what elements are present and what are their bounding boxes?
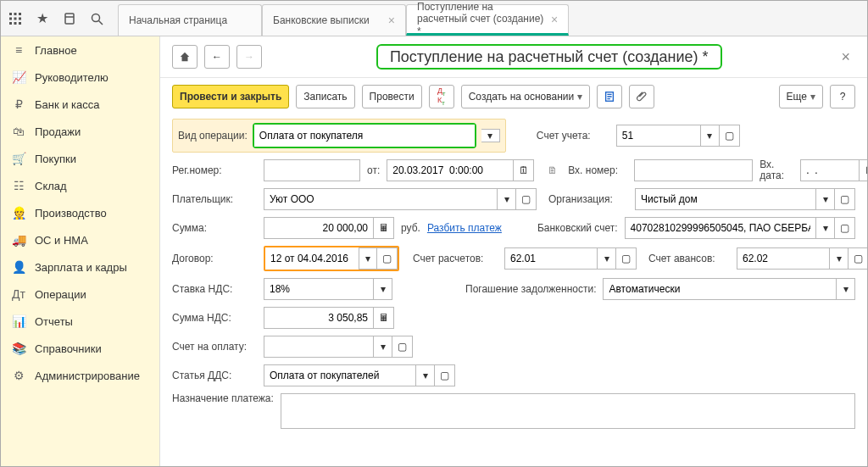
apps-icon[interactable] <box>8 11 23 26</box>
dds-label: Статья ДДС: <box>172 370 257 381</box>
topbar: ★ Начальная страница Банковские выписки×… <box>1 1 867 36</box>
invoice-field[interactable] <box>264 336 374 358</box>
calculator-icon[interactable]: 🖩 <box>374 307 394 329</box>
page-title: Поступление на расчетный счет (создание)… <box>269 48 829 66</box>
contract-dropdown[interactable]: ▾ <box>359 247 377 270</box>
chevron-down-icon: ▾ <box>810 91 815 103</box>
nav-admin[interactable]: ⚙Администрирование <box>1 362 159 389</box>
dds-open[interactable]: ▢ <box>435 364 455 386</box>
invoice-open[interactable]: ▢ <box>392 336 413 358</box>
history-icon[interactable] <box>62 11 77 26</box>
cart-icon: 🛒 <box>11 152 26 165</box>
forward-button[interactable]: → <box>236 45 262 69</box>
nav-sales[interactable]: 🛍Продажи <box>1 118 159 145</box>
ext-date-field[interactable] <box>800 159 860 181</box>
org-label: Организация: <box>548 193 628 205</box>
calendar-icon[interactable]: 🗓 <box>860 159 867 181</box>
op-type-select[interactable] <box>254 125 475 147</box>
attach-button[interactable] <box>629 85 654 108</box>
search-icon[interactable] <box>89 11 104 26</box>
purpose-textarea[interactable] <box>281 393 855 429</box>
vat-rate-label: Ставка НДС: <box>172 283 257 295</box>
close-icon[interactable]: × <box>551 13 558 26</box>
vat-rate-dropdown[interactable]: ▾ <box>374 278 392 300</box>
nav-reports[interactable]: 📊Отчеты <box>1 308 159 335</box>
sidebar: ≡Главное 📈Руководителю ₽Банк и касса 🛍Пр… <box>1 36 160 466</box>
sum-field[interactable] <box>264 217 374 239</box>
close-page-button[interactable]: × <box>836 48 855 66</box>
bag-icon: 🛍 <box>11 125 26 138</box>
calculator-icon[interactable]: 🖩 <box>374 217 394 239</box>
account-open[interactable]: ▢ <box>720 125 740 147</box>
nav-catalogs[interactable]: 📚Справочники <box>1 335 159 362</box>
dtkt-button[interactable]: ДтКт <box>429 85 454 108</box>
nav-label: Операции <box>35 288 86 301</box>
split-payment-link[interactable]: Разбить платеж <box>427 222 502 234</box>
home-button[interactable] <box>172 45 198 69</box>
account-field[interactable] <box>616 125 701 147</box>
calendar-icon[interactable]: 🗓 <box>514 159 534 181</box>
payer-open[interactable]: ▢ <box>516 188 537 210</box>
nav-stock[interactable]: ☷Склад <box>1 172 159 199</box>
document-icon-button[interactable] <box>597 85 622 108</box>
ruble-icon: ₽ <box>11 97 26 111</box>
payer-dropdown[interactable]: ▾ <box>498 188 516 210</box>
nav-label: Отчеты <box>35 315 73 328</box>
tab-bank-statements[interactable]: Банковские выписки× <box>262 4 406 36</box>
person-icon: 👤 <box>11 260 26 274</box>
tab-start[interactable]: Начальная страница <box>118 4 262 36</box>
nav-ops[interactable]: ДтОперации <box>1 281 159 308</box>
close-icon[interactable]: × <box>388 14 395 27</box>
menu-icon: ≡ <box>11 43 26 57</box>
dds-dropdown[interactable]: ▾ <box>416 364 435 386</box>
post-button[interactable]: Провести <box>362 85 422 108</box>
nav-assets[interactable]: 🚚ОС и НМА <box>1 226 159 253</box>
bank-dropdown[interactable]: ▾ <box>816 217 835 239</box>
post-and-close-button[interactable]: Провести и закрыть <box>172 85 289 108</box>
create-based-button[interactable]: Создать на основании▾ <box>461 85 591 108</box>
debt-dropdown[interactable]: ▾ <box>837 278 855 300</box>
ar-open[interactable]: ▢ <box>616 247 637 270</box>
reg-number-field[interactable] <box>264 159 360 181</box>
adv-dropdown[interactable]: ▾ <box>830 247 849 270</box>
save-button[interactable]: Записать <box>296 85 354 108</box>
svg-rect-3 <box>9 17 12 19</box>
header-bar: ← → Поступление на расчетный счет (созда… <box>160 36 867 78</box>
payer-label: Плательщик: <box>172 193 257 205</box>
adv-label: Счет авансов: <box>648 253 730 264</box>
nav-bank[interactable]: ₽Банк и касса <box>1 91 159 118</box>
bank-open[interactable]: ▢ <box>835 217 855 239</box>
svg-rect-4 <box>14 17 17 19</box>
contract-field[interactable] <box>265 247 359 270</box>
tab-receipt-create[interactable]: Поступление на расчетный счет (создание)… <box>406 4 569 36</box>
contract-open[interactable]: ▢ <box>377 247 398 270</box>
org-field[interactable] <box>635 188 816 210</box>
dds-field[interactable] <box>264 364 416 386</box>
ext-num-field[interactable] <box>634 159 753 181</box>
nav-main[interactable]: ≡Главное <box>1 36 159 64</box>
debt-mode-field[interactable] <box>603 278 837 300</box>
invoice-dropdown[interactable]: ▾ <box>374 336 392 358</box>
org-open[interactable]: ▢ <box>835 188 855 210</box>
org-dropdown[interactable]: ▾ <box>816 188 835 210</box>
payer-field[interactable] <box>264 188 498 210</box>
help-button[interactable]: ? <box>830 85 855 108</box>
vat-sum-field[interactable] <box>264 307 374 329</box>
vat-rate-field[interactable] <box>264 278 374 300</box>
nav-purchases[interactable]: 🛒Покупки <box>1 145 159 172</box>
boxes-icon: ☷ <box>11 179 26 192</box>
nav-production[interactable]: 👷Производство <box>1 199 159 226</box>
star-icon[interactable]: ★ <box>35 11 50 26</box>
ar-dropdown[interactable]: ▾ <box>598 247 616 270</box>
op-type-dropdown[interactable]: ▾ <box>481 129 500 142</box>
adv-open[interactable]: ▢ <box>849 247 867 270</box>
bank-account-field[interactable] <box>625 217 816 239</box>
back-button[interactable]: ← <box>204 45 230 69</box>
nav-manager[interactable]: 📈Руководителю <box>1 64 159 91</box>
doc-date-field[interactable] <box>387 159 514 181</box>
account-dropdown[interactable]: ▾ <box>701 125 720 147</box>
nav-hr[interactable]: 👤Зарплата и кадры <box>1 253 159 281</box>
adv-field[interactable] <box>737 247 830 270</box>
more-button[interactable]: Еще▾ <box>779 85 823 108</box>
ar-field[interactable] <box>504 247 598 270</box>
